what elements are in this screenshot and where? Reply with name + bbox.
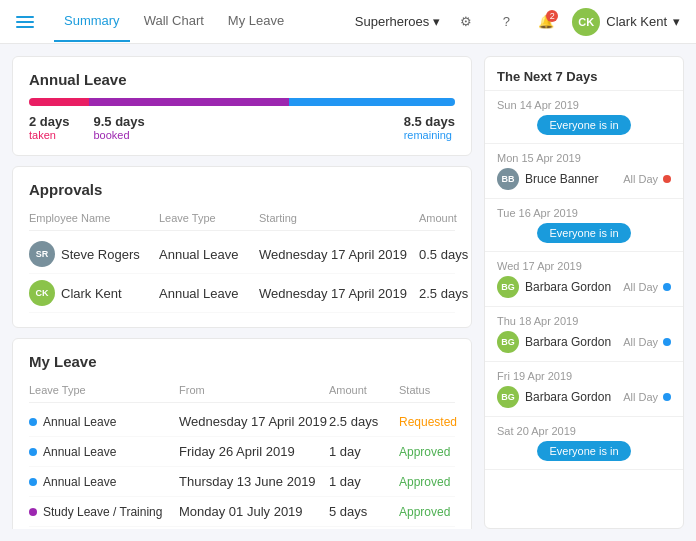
person-meta: All Day [623,173,671,185]
user-menu[interactable]: CK Clark Kent ▾ [572,8,680,36]
approvals-card: Approvals Employee Name Leave Type Start… [12,166,472,328]
approvals-title: Approvals [29,181,455,198]
col-leave-type: Leave Type [159,212,259,224]
everyone-in-button[interactable]: Everyone is in [537,223,630,243]
settings-icon[interactable]: ⚙ [452,8,480,36]
tab-summary[interactable]: Summary [54,1,130,42]
logo[interactable] [16,16,34,28]
avatar: BG [497,331,519,353]
employee-cell: SR Steve Rogers [29,241,159,267]
leave-type-cell: Annual Leave [29,445,179,459]
person-info: BG Barbara Gordon [497,331,611,353]
user-chevron-icon: ▾ [673,14,680,29]
leave-type: Annual Leave [159,286,259,301]
col-status: Status [399,384,472,396]
person-meta: All Day [623,336,671,348]
person-meta: All Day [623,391,671,403]
employee-name: Clark Kent [61,286,122,301]
remaining-label: remaining [404,129,455,141]
allday-text: All Day [623,336,658,348]
day-section: Wed 17 Apr 2019 BG Barbara Gordon All Da… [485,252,683,307]
status-badge: Requested [399,415,472,429]
leave-bar-taken [29,98,89,106]
avatar: CK [572,8,600,36]
status-dot [663,393,671,401]
status-badge: Approved [399,505,472,519]
my-leave-card: My Leave Leave Type From Amount Status A… [12,338,472,529]
hamburger-icon[interactable] [16,16,34,28]
user-name: Clark Kent [606,14,667,29]
table-row: SR Steve Rogers Annual Leave Wednesday 1… [29,235,455,274]
leave-type-text: Annual Leave [43,445,116,459]
allday-text: All Day [623,391,658,403]
approvals-table-header: Employee Name Leave Type Starting Amount [29,208,455,231]
person-row: BB Bruce Banner All Day [497,168,671,190]
from-date: Monday 01 July 2019 [179,504,329,519]
leave-type-text: Annual Leave [43,415,116,429]
amount: 0.5 days [419,247,472,262]
leave-type-text: Study Leave / Training [43,505,162,519]
remaining-value: 8.5 days [404,114,455,129]
day-section: Fri 19 Apr 2019 BG Barbara Gordon All Da… [485,362,683,417]
company-selector[interactable]: Superheroes ▾ [355,14,440,29]
day-section: Thu 18 Apr 2019 BG Barbara Gordon All Da… [485,307,683,362]
person-name: Barbara Gordon [525,390,611,404]
list-item: Annual Leave Monday 15 July 2019 5 days … [29,527,455,529]
chevron-down-icon: ▾ [433,14,440,29]
day-label: Sat 20 Apr 2019 [497,425,671,437]
col-leave-type: Leave Type [29,384,179,396]
leave-stat-taken: 2 days taken [29,114,69,141]
day-section: Sun 14 Apr 2019 Everyone is in [485,91,683,144]
amount: 5 days [329,504,399,519]
help-icon[interactable]: ? [492,8,520,36]
leave-type: Annual Leave [159,247,259,262]
person-name: Bruce Banner [525,172,598,186]
left-panel: Annual Leave 2 days taken 9.5 days booke… [12,56,472,529]
leave-stats: 2 days taken 9.5 days booked 8.5 days re… [29,114,455,141]
notifications-icon[interactable]: 🔔 2 [532,8,560,36]
status-dot [663,175,671,183]
avatar: SR [29,241,55,267]
main-nav: Summary Wall Chart My Leave [54,1,355,42]
amount: 1 day [329,444,399,459]
days-container: Sun 14 Apr 2019 Everyone is in Mon 15 Ap… [485,91,683,470]
my-leave-rows: Annual Leave Wednesday 17 April 2019 2.5… [29,407,455,529]
leave-type-text: Annual Leave [43,475,116,489]
list-item: Annual Leave Wednesday 17 April 2019 2.5… [29,407,455,437]
person-row: BG Barbara Gordon All Day [497,331,671,353]
amount: 1 day [329,474,399,489]
avatar: BG [497,276,519,298]
avatar: BG [497,386,519,408]
status-dot [663,338,671,346]
leave-type-cell: Annual Leave [29,415,179,429]
col-from: From [179,384,329,396]
leave-dot [29,508,37,516]
starting-date: Wednesday 17 April 2019 [259,286,419,301]
my-leave-title: My Leave [29,353,455,370]
list-item: Annual Leave Friday 26 April 2019 1 day … [29,437,455,467]
everyone-in-button[interactable]: Everyone is in [537,115,630,135]
from-date: Wednesday 17 April 2019 [179,414,329,429]
tab-my-leave[interactable]: My Leave [218,1,294,42]
tab-wall-chart[interactable]: Wall Chart [134,1,214,42]
day-label: Sun 14 Apr 2019 [497,99,671,111]
person-row: BG Barbara Gordon All Day [497,276,671,298]
booked-label: booked [93,129,144,141]
taken-label: taken [29,129,69,141]
from-date: Friday 26 April 2019 [179,444,329,459]
leave-bar-remaining [289,98,455,106]
day-label: Mon 15 Apr 2019 [497,152,671,164]
person-meta: All Day [623,281,671,293]
leave-bar-track [29,98,455,106]
from-date: Thursday 13 June 2019 [179,474,329,489]
person-name: Barbara Gordon [525,280,611,294]
amount: 2.5 days [329,414,399,429]
everyone-in-button[interactable]: Everyone is in [537,441,630,461]
day-label: Wed 17 Apr 2019 [497,260,671,272]
day-label: Thu 18 Apr 2019 [497,315,671,327]
avatar: BB [497,168,519,190]
col-amount: Amount [419,212,472,224]
day-label: Tue 16 Apr 2019 [497,207,671,219]
list-item: Annual Leave Thursday 13 June 2019 1 day… [29,467,455,497]
leave-dot [29,448,37,456]
